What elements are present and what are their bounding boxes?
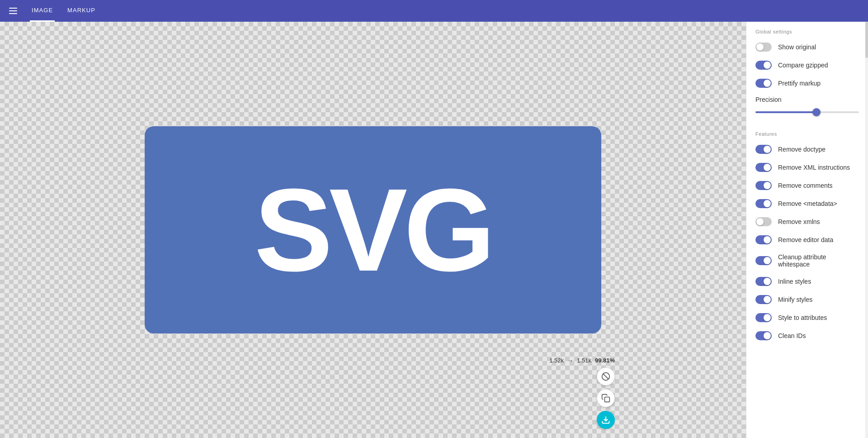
download-button[interactable] bbox=[597, 411, 615, 429]
toggle-remove-xml-instructions[interactable] bbox=[755, 163, 772, 172]
label-style-to-attributes: Style to attributes bbox=[778, 314, 827, 321]
feature-clean-ids: Clean IDs bbox=[746, 327, 868, 345]
compressed-size: 1.51k bbox=[577, 357, 591, 364]
toggle-remove-doctype[interactable] bbox=[755, 145, 772, 154]
scrollbar[interactable] bbox=[865, 22, 868, 438]
svg-text-display: SVG bbox=[254, 171, 491, 289]
toggle-clean-ids[interactable] bbox=[755, 331, 772, 340]
label-prettify-markup: Prettify markup bbox=[778, 80, 821, 87]
topbar: IMAGE MARKUP bbox=[0, 0, 868, 22]
toggle-prettify-markup[interactable] bbox=[755, 79, 772, 88]
toggle-inline-styles[interactable] bbox=[755, 277, 772, 286]
download-icon bbox=[601, 415, 610, 424]
label-minify-styles: Minify styles bbox=[778, 296, 812, 303]
precision-slider-container bbox=[755, 108, 859, 117]
svg-line-1 bbox=[603, 374, 609, 379]
image-area: SVG 1.52k → 1.51k 99.81% bbox=[0, 22, 746, 438]
feature-cleanup-attribute-whitespace: Cleanup attribute whitespace bbox=[746, 249, 868, 272]
stats-row: 1.52k → 1.51k 99.81% bbox=[549, 357, 615, 364]
global-settings-title: Global settings bbox=[746, 22, 868, 38]
copy-button[interactable] bbox=[597, 389, 615, 407]
original-size: 1.52k bbox=[549, 357, 564, 364]
label-remove-xml-instructions: Remove XML instructions bbox=[778, 164, 850, 171]
setting-prettify-markup: Prettify markup bbox=[746, 74, 868, 92]
label-remove-comments: Remove comments bbox=[778, 182, 833, 189]
menu-icon[interactable] bbox=[7, 6, 19, 16]
feature-remove-editor-data: Remove editor data bbox=[746, 231, 868, 249]
feature-remove-doctype: Remove doctype bbox=[746, 140, 868, 158]
feature-style-to-attributes: Style to attributes bbox=[746, 309, 868, 327]
feature-remove-xml-instructions: Remove XML instructions bbox=[746, 158, 868, 176]
label-remove-editor-data: Remove editor data bbox=[778, 236, 833, 243]
toggle-remove-editor-data[interactable] bbox=[755, 235, 772, 244]
compression-percent: 99.81% bbox=[595, 357, 615, 364]
main-layout: SVG 1.52k → 1.51k 99.81% bbox=[0, 22, 868, 438]
label-remove-doctype: Remove doctype bbox=[778, 146, 826, 153]
copy-icon bbox=[601, 394, 610, 403]
label-remove-metadata: Remove <metadata> bbox=[778, 200, 837, 207]
tab-image[interactable]: IMAGE bbox=[30, 0, 55, 22]
feature-remove-metadata: Remove <metadata> bbox=[746, 195, 868, 213]
label-clean-ids: Clean IDs bbox=[778, 332, 806, 339]
features-title: Features bbox=[746, 124, 868, 140]
scrollbar-thumb[interactable] bbox=[865, 22, 868, 58]
toggle-minify-styles[interactable] bbox=[755, 295, 772, 304]
toggle-compare-gzipped[interactable] bbox=[755, 61, 772, 70]
label-show-original: Show original bbox=[778, 43, 816, 51]
svg-rect-2 bbox=[605, 397, 610, 402]
feature-minify-styles: Minify styles bbox=[746, 290, 868, 309]
tab-markup[interactable]: MARKUP bbox=[66, 0, 97, 22]
label-inline-styles: Inline styles bbox=[778, 278, 811, 285]
toggle-remove-metadata[interactable] bbox=[755, 199, 772, 208]
action-buttons-area: 1.52k → 1.51k 99.81% bbox=[549, 357, 615, 429]
feature-remove-comments: Remove comments bbox=[746, 176, 868, 195]
feature-inline-styles: Inline styles bbox=[746, 272, 868, 290]
feature-remove-xmlns: Remove xmlns bbox=[746, 213, 868, 231]
precision-label: Precision bbox=[755, 96, 859, 103]
bottom-actions bbox=[597, 367, 615, 429]
label-compare-gzipped: Compare gzipped bbox=[778, 62, 828, 69]
right-panel: Global settings Show original Compare gz… bbox=[746, 22, 868, 438]
precision-section: Precision bbox=[746, 92, 868, 124]
arrow-icon: → bbox=[567, 357, 573, 364]
no-entry-icon bbox=[601, 372, 610, 381]
toggle-show-original[interactable] bbox=[755, 43, 772, 52]
toggle-remove-comments[interactable] bbox=[755, 181, 772, 190]
toggle-remove-xmlns[interactable] bbox=[755, 217, 772, 226]
svg-preview-card: SVG bbox=[145, 126, 601, 333]
setting-compare-gzipped: Compare gzipped bbox=[746, 56, 868, 74]
toggle-style-to-attributes[interactable] bbox=[755, 313, 772, 322]
setting-show-original: Show original bbox=[746, 38, 868, 56]
no-entry-button[interactable] bbox=[597, 367, 615, 386]
label-remove-xmlns: Remove xmlns bbox=[778, 218, 820, 225]
label-cleanup-attribute-whitespace: Cleanup attribute whitespace bbox=[778, 253, 859, 268]
toggle-cleanup-attribute-whitespace[interactable] bbox=[755, 256, 772, 265]
